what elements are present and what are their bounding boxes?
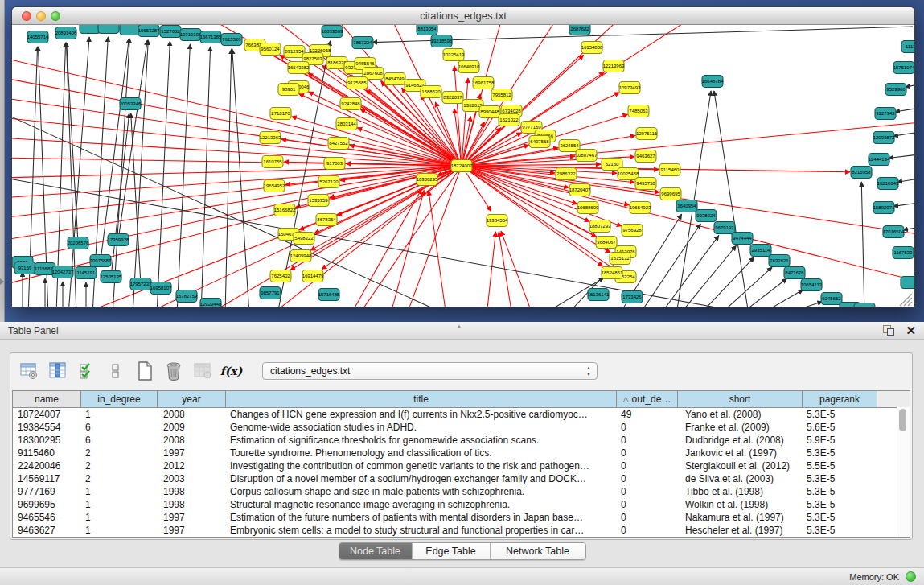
graph-edge[interactable]	[350, 189, 421, 307]
table-cell[interactable]: 1997	[158, 512, 226, 523]
graph-edge[interactable]	[372, 27, 913, 43]
graph-edge[interactable]	[903, 226, 914, 230]
table-cell[interactable]: 5.3E-5	[803, 486, 877, 497]
trash-icon[interactable]	[162, 360, 184, 382]
table-cell[interactable]: 0	[617, 460, 678, 472]
graph-edge[interactable]	[639, 224, 700, 307]
table-cell[interactable]: Estimation of significance thresholds fo…	[226, 435, 617, 446]
table-cell[interactable]: Franke et al. (2009)	[678, 422, 803, 433]
column-header-title[interactable]: title	[226, 391, 617, 407]
column-header-out_de[interactable]: △out_de…	[617, 391, 678, 407]
close-panel-icon[interactable]: ✕	[906, 325, 916, 336]
graph-edge[interactable]	[462, 166, 603, 266]
table-cell[interactable]: 1997	[158, 447, 226, 459]
table-cell[interactable]: Embryonic stem cells: a model to study s…	[226, 525, 617, 536]
table-cell[interactable]: 49	[617, 409, 678, 420]
column-header-in_degree[interactable]: in_degree	[81, 391, 158, 407]
scrollbar-thumb[interactable]	[899, 409, 906, 431]
column-header-short[interactable]: short	[678, 391, 803, 407]
table-cell[interactable]: Stergiakouli et al. (2012)	[678, 460, 803, 472]
table-cell[interactable]: 6	[81, 422, 158, 433]
table-cell[interactable]: 5.3E-5	[803, 525, 877, 536]
row-boxes-icon[interactable]	[105, 360, 126, 382]
table-cell[interactable]: 0	[617, 499, 678, 510]
graph-edge[interactable]	[760, 290, 803, 307]
table-row[interactable]: 1938455462009Genome-wide association stu…	[13, 421, 910, 434]
table-cell[interactable]: 2003	[158, 473, 226, 484]
table-cell[interactable]: 0	[617, 525, 678, 536]
table-cell[interactable]: Changes of HCN gene expression and I(f) …	[226, 409, 617, 420]
table-cell[interactable]: 18724007	[13, 409, 81, 420]
table-cell[interactable]: 1	[81, 486, 158, 497]
table-cell[interactable]: Wolkin et al. (1998)	[678, 499, 803, 510]
table-cell[interactable]: 0	[617, 422, 678, 433]
graph-edge[interactable]	[201, 47, 211, 307]
graph-canvas[interactable]: 1872400776638229560124891295413226058982…	[12, 25, 914, 307]
table-row[interactable]: 1456911722003Disruption of a novel membe…	[13, 472, 910, 485]
graph-edge[interactable]	[322, 166, 462, 270]
tab-network-table[interactable]: Network Table	[491, 543, 585, 559]
table-cell[interactable]: Disruption of a novel member of a sodium…	[226, 473, 617, 484]
table-cell[interactable]: 0	[617, 435, 678, 446]
table-row[interactable]: 946554611997Estimation of the future num…	[13, 511, 910, 524]
table-cell[interactable]: Estimation of the future numbers of pati…	[226, 512, 617, 523]
graph-edge[interactable]	[782, 302, 823, 307]
new-file-icon[interactable]	[133, 360, 155, 382]
graph-node[interactable]	[98, 25, 119, 34]
table-cell[interactable]: 5.3E-5	[803, 409, 877, 420]
table-cell[interactable]: 2	[81, 473, 158, 484]
graph-node[interactable]	[854, 303, 875, 307]
table-cell[interactable]: 5.6E-5	[803, 422, 877, 433]
table-cell[interactable]: 9777169	[13, 486, 81, 497]
table-cell[interactable]: 22420046	[13, 460, 81, 472]
table-cell[interactable]: 5.9E-5	[803, 435, 877, 446]
table-cell[interactable]: 1998	[158, 499, 226, 510]
graph-edge[interactable]	[113, 39, 129, 307]
graph-edge[interactable]	[225, 49, 232, 307]
table-cell[interactable]: 0	[617, 512, 678, 523]
graph-edge[interactable]	[893, 131, 914, 136]
graph-edge[interactable]	[462, 140, 535, 166]
table-cell[interactable]: de Silva et al. (2003)	[678, 473, 803, 484]
table-cell[interactable]: 9699695	[13, 499, 81, 510]
graph-edge[interactable]	[12, 97, 462, 166]
table-cell[interactable]: Tourette syndrome. Phenomenology and cla…	[226, 447, 617, 459]
column-header-name[interactable]: name	[13, 391, 81, 407]
table-cell[interactable]: 14569117	[13, 473, 81, 484]
table-cell[interactable]: 2	[81, 460, 158, 472]
table-cell[interactable]: 5.3E-5	[803, 512, 877, 523]
graph-edge[interactable]	[232, 49, 249, 307]
function-builder-icon[interactable]: f(x)	[220, 360, 242, 382]
graph-edge[interactable]	[390, 191, 424, 307]
table-cell[interactable]: 5.3E-5	[803, 473, 877, 484]
table-row[interactable]: 911546021997Tourette syndrome. Phenomeno…	[13, 447, 910, 459]
panel-splitter-grip-icon[interactable]: ▴	[458, 323, 467, 328]
table-cell[interactable]: Corpus callosum shape and size in male p…	[226, 486, 617, 497]
table-cell[interactable]: 1	[81, 409, 158, 420]
table-cell[interactable]: 9115460	[13, 447, 81, 459]
table-cell[interactable]: Structural magnetic resonance image aver…	[226, 499, 617, 510]
graph-edge[interactable]	[889, 154, 914, 159]
table-cell[interactable]: 0	[617, 473, 678, 484]
table-cell[interactable]: Dudbridge et al. (2008)	[678, 435, 803, 446]
table-cell[interactable]: 2012	[158, 460, 226, 472]
table-cell[interactable]: 1	[81, 525, 158, 536]
table-row[interactable]: 1830029562008Estimation of significance …	[13, 434, 910, 447]
graph-edge[interactable]	[893, 202, 914, 206]
table-cell[interactable]: 1997	[158, 525, 226, 536]
column-header-pagerank[interactable]: pagerank	[803, 391, 877, 407]
graph-node[interactable]	[901, 277, 914, 289]
table-cell[interactable]: 5.3E-5	[803, 499, 877, 510]
table-row[interactable]: 2242004622012Investigating the contribut…	[13, 459, 910, 472]
table-cell[interactable]: 2008	[158, 435, 226, 446]
graph-edge[interactable]	[291, 117, 462, 166]
splitter-collapse-icon[interactable]	[0, 278, 4, 285]
graph-edge[interactable]	[421, 95, 462, 166]
graph-edge[interactable]	[462, 166, 622, 226]
table-cell[interactable]: 9465546	[13, 512, 81, 523]
graph-edge[interactable]	[897, 178, 914, 182]
select-all-checks-icon[interactable]	[76, 360, 97, 382]
show-columns-icon[interactable]	[47, 360, 68, 382]
table-cell[interactable]: 5.5E-5	[803, 460, 877, 472]
table-cell[interactable]: 0	[617, 447, 678, 459]
